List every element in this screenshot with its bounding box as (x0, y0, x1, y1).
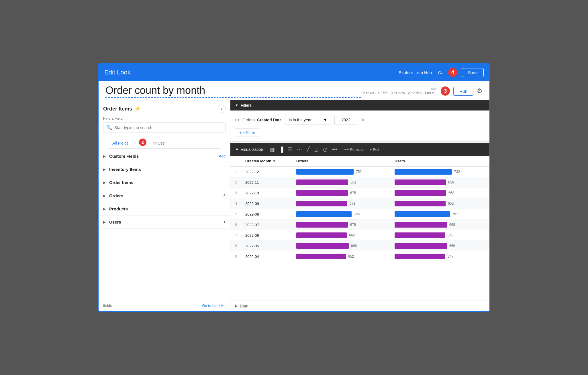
viz-icon-scatter[interactable]: ⋯ (296, 146, 303, 153)
look-title[interactable]: Order count by month (105, 84, 361, 98)
filters-arrow-icon: ▼ (235, 103, 238, 107)
field-group-header-users[interactable]: ▶ Users 1 (99, 216, 230, 228)
viz-arrow-icon: ▼ (235, 147, 239, 152)
field-group-users: ▶ Users 1 (99, 216, 230, 229)
filters-header[interactable]: ▼ Filters (230, 100, 489, 110)
forecast-button[interactable]: ⟿ Forecast (344, 147, 365, 152)
viz-icon-bar[interactable]: ▐ (278, 146, 284, 153)
table-row: 2 2022-11 681 656 (230, 177, 489, 188)
chevron-down-icon: ▼ (323, 118, 327, 122)
field-group-header-custom-fields[interactable]: ▶ Custom Fields + Add (99, 150, 230, 163)
filter-value-input[interactable]: 2022 (334, 115, 357, 125)
sidebar-title-text: Order Items (103, 106, 132, 112)
month-cell: 2022-10 (242, 188, 293, 198)
tabs-row: All Fields 2 In Use (99, 139, 230, 149)
orders-cell: 726 (293, 209, 391, 220)
badge-4[interactable]: 4 (448, 68, 457, 77)
col-header-users[interactable]: Users (391, 156, 489, 166)
field-group-header-inventory-items[interactable]: ▶ Inventory Items (99, 163, 230, 176)
row-num-cell: 9 (230, 251, 242, 262)
filters-title: Filters (241, 103, 252, 108)
users-cell: 647 (391, 251, 489, 262)
users-cell: 668 (391, 220, 489, 230)
tab-all-fields[interactable]: All Fields (108, 139, 133, 148)
viz-icon-line[interactable]: ╱ (305, 146, 311, 153)
filter-label: Orders Created Date (242, 118, 282, 122)
subheader: Order count by month Time 12 rows · 1.27… (99, 81, 489, 100)
add-custom-field-link[interactable]: + Add (216, 154, 226, 158)
sidebar-footer: fields Go to LookML (99, 300, 230, 311)
run-button[interactable]: Run (453, 87, 473, 96)
orders-cell: 681 (293, 177, 391, 188)
col-header-orders[interactable]: Orders (293, 156, 391, 166)
viz-icon-grid[interactable]: ▦ (269, 146, 276, 153)
arrow-icon-users: ▶ (103, 220, 106, 224)
viz-title[interactable]: ▼ Visualization (235, 147, 263, 152)
badge-2[interactable]: 2 (139, 139, 146, 146)
col-header-month[interactable]: Created Month ▼ (242, 156, 293, 166)
field-group-header-orders[interactable]: ▶ Orders 3 (99, 189, 230, 202)
orders-cell: 671 (293, 198, 391, 209)
field-group-name-products: Products (109, 206, 226, 211)
row-num-cell: 1 (230, 166, 242, 177)
footer-fields-label: fields (103, 303, 112, 308)
explore-from-here-link[interactable]: Explore from Here (399, 70, 434, 75)
cancel-link[interactable]: Ca (438, 70, 444, 75)
arrow-icon-order-items: ▶ (103, 181, 106, 185)
app-frame: Edit Look Explore from Here Ca 4 Save Or… (98, 63, 490, 312)
month-cell: 2022-07 (242, 220, 293, 230)
filter-clear-button[interactable]: ✕ (361, 117, 365, 123)
lightning-icon: ⚡ (134, 106, 141, 112)
edit-button[interactable]: ≡ Edit (369, 147, 379, 152)
header-actions: Explore from Here Ca 4 Save (399, 68, 484, 77)
col-header-num (230, 156, 242, 166)
arrow-icon-inventory-items: ▶ (103, 167, 106, 171)
viz-icon-table[interactable]: ☰ (287, 146, 293, 153)
users-count: 1 (224, 220, 226, 224)
settings-icon[interactable]: ⚙ (477, 87, 483, 95)
chevron-left-icon: ‹ (221, 106, 222, 111)
field-group-name-order-items: Order Items (109, 180, 226, 185)
data-section-arrow: ▶ (235, 304, 238, 308)
search-input[interactable] (114, 125, 222, 130)
viz-icon-more[interactable]: ••• (331, 146, 339, 153)
users-cell: 658 (391, 188, 489, 198)
users-cell: 648 (391, 230, 489, 241)
data-table: Created Month ▼ Orders Users 1 2022-12 (230, 156, 489, 301)
sidebar-title: Order Items ⚡ (103, 106, 141, 112)
field-group-header-products[interactable]: ▶ Products (99, 202, 230, 215)
orders-cell: 662 (293, 230, 391, 241)
table-row: 8 2022-05 688 669 (230, 241, 489, 251)
sidebar-header: Order Items ⚡ ‹ (99, 105, 230, 116)
month-cell: 2022-05 (242, 241, 293, 251)
field-group-name-custom-fields: Custom Fields (109, 154, 216, 159)
save-button[interactable]: Save (462, 68, 484, 77)
users-cell: 707 (391, 209, 489, 220)
month-cell: 2022-12 (242, 166, 293, 177)
filter-condition-select[interactable]: is in the year ▼ (285, 115, 331, 125)
orders-cell: 678 (293, 220, 391, 230)
users-cell: 732 (391, 166, 489, 177)
data-section[interactable]: ▶ Data (230, 301, 489, 311)
row-num-cell: 4 (230, 198, 242, 209)
table-row: 4 2022-09 671 652 (230, 198, 489, 209)
orders-cell: 675 (293, 188, 391, 198)
goto-lookml-link[interactable]: Go to LookML (202, 303, 226, 308)
month-cell: 2022-09 (242, 198, 293, 209)
add-filter-row: + + Filter (235, 128, 485, 137)
viz-icon-area[interactable]: ◿ (313, 146, 320, 153)
viz-icon-clock[interactable]: ◷ (322, 146, 329, 153)
add-filter-button[interactable]: + + Filter (235, 128, 259, 137)
time-label: Time (361, 87, 438, 91)
table-row: 3 2022-10 675 658 (230, 188, 489, 198)
tab-in-use[interactable]: In Use (149, 139, 169, 148)
field-group-order-items: ▶ Order Items (99, 176, 230, 189)
orders-cell: 688 (293, 241, 391, 251)
month-cell: 2022-04 (242, 251, 293, 262)
field-group-header-order-items[interactable]: ▶ Order Items (99, 176, 230, 189)
filter-gear-icon[interactable]: ⚙ (235, 117, 239, 123)
find-field-label: Find a Field (99, 116, 230, 122)
collapse-button[interactable]: ‹ (217, 105, 226, 113)
table-row: 6 2022-07 678 668 (230, 220, 489, 230)
badge-3[interactable]: 3 (441, 86, 450, 96)
